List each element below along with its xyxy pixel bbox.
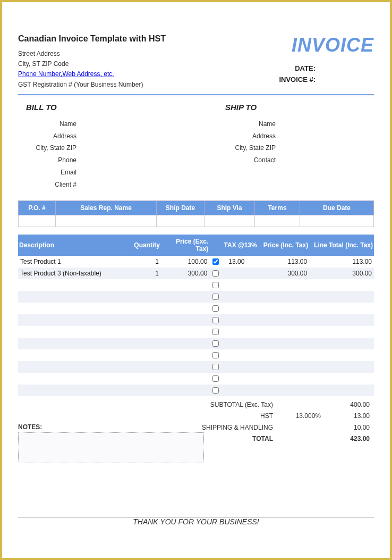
- tax-checkbox[interactable]: [212, 364, 219, 370]
- item-row: [18, 303, 374, 314]
- item-row: [18, 361, 374, 373]
- item-qty[interactable]: [131, 385, 161, 396]
- po-cell[interactable]: [19, 215, 56, 227]
- item-desc[interactable]: Test Product 3 (Non-taxable): [18, 268, 131, 279]
- tax-checkbox[interactable]: [212, 375, 219, 382]
- gst-line: GST Registration # (Your Business Number…: [18, 80, 279, 90]
- item-row: Test Product 3 (Non-taxable)1300.00300.0…: [18, 268, 374, 279]
- item-qty[interactable]: [131, 314, 161, 326]
- item-qty[interactable]: 1: [131, 256, 161, 268]
- po-cell[interactable]: [157, 215, 204, 227]
- item-qty[interactable]: [131, 338, 161, 349]
- tax-checkbox[interactable]: [212, 258, 219, 265]
- item-line-total: [309, 314, 374, 326]
- notes-label: NOTES:: [18, 423, 204, 431]
- street-address: Street Address: [18, 49, 279, 59]
- item-qty[interactable]: [131, 279, 161, 291]
- notes-box[interactable]: [18, 432, 204, 463]
- subtotal-label: SUBTOTAL (Exc. Tax): [183, 399, 289, 411]
- item-price[interactable]: [161, 326, 209, 338]
- po-cell[interactable]: [56, 215, 157, 227]
- item-desc[interactable]: [18, 338, 131, 349]
- item-price[interactable]: [161, 338, 209, 349]
- tax-checkbox[interactable]: [212, 294, 219, 300]
- tax-checkbox[interactable]: [212, 270, 219, 277]
- contact-link[interactable]: Phone Number,Web Address, etc.: [18, 70, 114, 78]
- item-row: [18, 279, 374, 291]
- item-row: [18, 326, 374, 338]
- item-qty[interactable]: [131, 291, 161, 303]
- po-cell[interactable]: [300, 215, 374, 227]
- item-price[interactable]: 100.00: [161, 256, 209, 268]
- item-desc[interactable]: [18, 279, 131, 291]
- item-desc[interactable]: [18, 361, 131, 373]
- item-line-total: [309, 303, 374, 314]
- bill-to-title: BILL TO: [26, 103, 76, 112]
- item-pit: [258, 314, 309, 326]
- ship-to-city: City, State ZIP: [225, 142, 276, 154]
- item-price[interactable]: [161, 314, 209, 326]
- item-desc[interactable]: [18, 314, 131, 326]
- item-price[interactable]: 300.00: [161, 268, 209, 279]
- tax-checkbox[interactable]: [212, 317, 219, 323]
- tax-checkbox[interactable]: [212, 282, 219, 288]
- item-qty[interactable]: [131, 303, 161, 314]
- item-pit: 300.00: [258, 268, 309, 279]
- bill-to-address: Address: [26, 130, 76, 143]
- tax-checkbox[interactable]: [212, 329, 219, 335]
- ship-to-title: SHIP TO: [225, 103, 276, 112]
- item-row: [18, 373, 374, 385]
- item-price[interactable]: [161, 373, 209, 385]
- item-price[interactable]: [161, 385, 209, 396]
- item-desc[interactable]: [18, 303, 131, 314]
- item-qty[interactable]: [131, 349, 161, 361]
- bill-to-name: Name: [26, 118, 76, 130]
- item-row: [18, 349, 374, 361]
- item-qty[interactable]: [131, 373, 161, 385]
- item-header-tax: TAX @13%: [209, 235, 258, 256]
- item-desc[interactable]: Test Product 1: [18, 256, 131, 268]
- item-line-total: [309, 349, 374, 361]
- item-price[interactable]: [161, 361, 209, 373]
- item-row: Test Product 11100.0013.00113.00113.00: [18, 256, 374, 268]
- po-cell[interactable]: [204, 215, 255, 227]
- po-table: P.O. # Sales Rep. Name Ship Date Ship Vi…: [18, 200, 374, 227]
- total-value: 423.00: [326, 433, 374, 445]
- item-price[interactable]: [161, 279, 209, 291]
- item-qty[interactable]: [131, 361, 161, 373]
- item-qty[interactable]: [131, 326, 161, 338]
- item-price[interactable]: [161, 303, 209, 314]
- item-desc[interactable]: [18, 385, 131, 396]
- tax-checkbox[interactable]: [212, 340, 219, 347]
- item-row: [18, 314, 374, 326]
- item-qty[interactable]: 1: [131, 268, 161, 279]
- tax-checkbox[interactable]: [212, 387, 219, 394]
- item-line-total: [309, 373, 374, 385]
- item-line-total: [309, 279, 374, 291]
- bill-to-city: City, State ZIP: [26, 142, 76, 154]
- item-row: [18, 385, 374, 396]
- item-line-total: [309, 361, 374, 373]
- company-title: Canadian Invoice Template with HST: [18, 34, 279, 44]
- item-desc[interactable]: [18, 349, 131, 361]
- hst-rate: 13.000%: [289, 411, 326, 422]
- item-pit: [258, 373, 309, 385]
- tax-checkbox[interactable]: [212, 352, 219, 358]
- item-desc[interactable]: [18, 373, 131, 385]
- po-header: Due Date: [300, 200, 374, 215]
- invoice-number-label: INVOICE #:: [279, 74, 316, 86]
- item-desc[interactable]: [18, 326, 131, 338]
- po-cell[interactable]: [255, 215, 300, 227]
- items-table: Description Quantity Price (Exc. Tax) TA…: [18, 235, 374, 396]
- item-price[interactable]: [161, 291, 209, 303]
- item-price[interactable]: [161, 349, 209, 361]
- tax-checkbox[interactable]: [212, 305, 219, 312]
- date-label: DATE:: [279, 63, 316, 74]
- item-pit: [258, 385, 309, 396]
- bill-to-email: Email: [26, 166, 76, 179]
- item-header-qty: Quantity: [131, 235, 161, 256]
- po-header: Sales Rep. Name: [56, 200, 157, 215]
- item-line-total: [309, 291, 374, 303]
- item-desc[interactable]: [18, 291, 131, 303]
- hst-value: 13.00: [326, 411, 374, 422]
